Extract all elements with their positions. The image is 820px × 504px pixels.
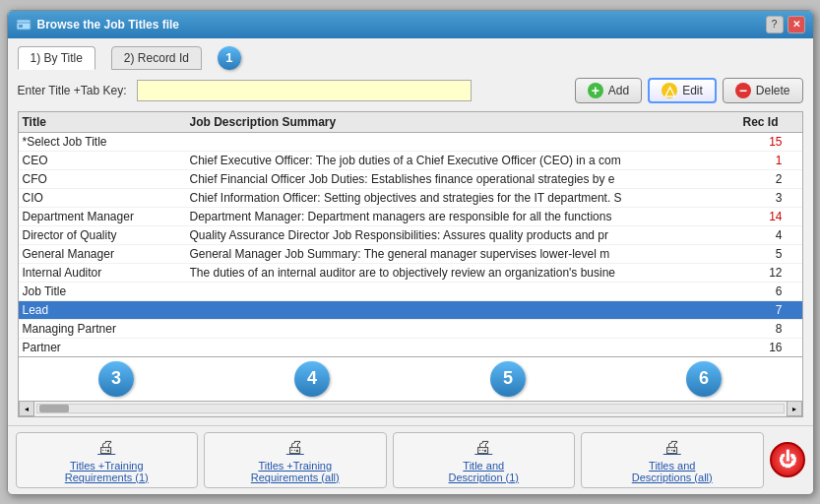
cell-rec-id: 14 xyxy=(729,210,798,223)
cell-description xyxy=(190,135,729,149)
tab-record-id[interactable]: 2) Record Id xyxy=(111,46,202,70)
cell-rec-id: 16 xyxy=(729,341,798,353)
cell-description xyxy=(190,284,729,298)
printer-icon-3: 🖨 xyxy=(474,437,492,458)
cell-title: Lead xyxy=(23,303,190,317)
edit-button[interactable]: △ Edit xyxy=(648,78,717,103)
cell-title: *Select Job Title xyxy=(23,135,190,149)
bottom-bar: 🖨 Titles +TrainingRequirements (1) 🖨 Tit… xyxy=(8,425,813,494)
table-row[interactable]: Job Title6 xyxy=(19,283,802,301)
table-row[interactable]: Director of QualityQuality Assurance Dir… xyxy=(19,226,802,245)
cell-description: Chief Financial Officer Job Duties: Esta… xyxy=(190,172,729,186)
window-icon xyxy=(16,17,32,32)
hscroll-track[interactable] xyxy=(36,404,785,413)
tabs-row: 1) By Title 2) Record Id 1 xyxy=(18,46,803,70)
cell-description xyxy=(190,322,729,336)
cell-rec-id: 3 xyxy=(729,191,798,205)
cell-title: Partner xyxy=(23,341,190,353)
cell-title: Job Title xyxy=(23,284,190,298)
cell-description: Chief Information Officer: Setting objec… xyxy=(190,191,729,205)
cell-description: Quality Assurance Director Job Responsib… xyxy=(190,228,729,242)
cell-rec-id: 12 xyxy=(729,266,798,280)
edit-icon: △ xyxy=(662,83,677,98)
content-area: 1) By Title 2) Record Id 1 Enter Title +… xyxy=(8,38,813,425)
badge-6: 6 xyxy=(686,361,722,397)
table-row[interactable]: CIOChief Information Officer: Setting ob… xyxy=(19,189,802,208)
cell-title: Department Manager xyxy=(23,210,190,223)
search-input[interactable] xyxy=(137,80,472,101)
table-row[interactable]: Managing Partner8 xyxy=(19,320,802,339)
title-bar-left: Browse the Job Titles file xyxy=(16,17,179,32)
add-icon: + xyxy=(588,83,603,98)
badge-4: 4 xyxy=(294,361,330,397)
col-title: Title xyxy=(23,115,190,129)
table-row[interactable]: Partner16 xyxy=(19,339,802,353)
table-row[interactable]: Lead7 xyxy=(19,301,802,320)
badge-5: 5 xyxy=(490,361,526,397)
tab-by-title[interactable]: 1) By Title xyxy=(18,46,95,70)
cell-rec-id: 5 xyxy=(729,247,798,261)
cell-title: CEO xyxy=(23,154,190,167)
cell-description xyxy=(190,303,729,317)
title-bar-controls: ? ✕ xyxy=(766,16,805,33)
cell-description: Department Manager: Department managers … xyxy=(190,210,729,223)
hscroll-row: ◂ ▸ xyxy=(18,402,803,417)
printer-icon-2: 🖨 xyxy=(286,437,304,458)
cell-rec-id: 6 xyxy=(729,284,798,298)
cell-title: CFO xyxy=(23,172,190,186)
cell-title: Managing Partner xyxy=(23,322,190,336)
step-badge-1: 1 xyxy=(218,46,241,70)
table-row[interactable]: *Select Job Title15 xyxy=(19,133,802,152)
table-row[interactable]: CEOChief Executive Officer: The job duti… xyxy=(19,152,802,170)
svg-rect-2 xyxy=(19,25,23,28)
cell-rec-id: 15 xyxy=(729,135,798,149)
cell-title: Internal Auditor xyxy=(23,266,190,280)
title-bar: Browse the Job Titles file ? ✕ xyxy=(8,11,813,38)
delete-button[interactable]: − Delete xyxy=(723,78,803,103)
cell-title: CIO xyxy=(23,191,190,205)
cell-rec-id: 7 xyxy=(729,303,798,317)
printer-icon-4: 🖨 xyxy=(663,437,681,458)
help-button[interactable]: ? xyxy=(766,16,784,33)
cell-rec-id: 4 xyxy=(729,228,798,242)
table-row[interactable]: Internal AuditorThe duties of an interna… xyxy=(19,264,802,283)
exit-button[interactable]: ⏻ xyxy=(770,442,805,477)
print-btn-3[interactable]: 🖨 Title andDescription (1) xyxy=(393,432,576,488)
print-btn-2[interactable]: 🖨 Titles +TrainingRequirements (all) xyxy=(204,432,387,488)
main-window: Browse the Job Titles file ? ✕ 1) By Tit… xyxy=(7,10,814,495)
cell-rec-id: 2 xyxy=(729,172,798,186)
number-badges-row: 3 4 5 6 xyxy=(18,357,803,402)
table-row[interactable]: General ManagerGeneral Manager Job Summa… xyxy=(19,245,802,264)
close-button[interactable]: ✕ xyxy=(788,16,805,33)
cell-title: Director of Quality xyxy=(23,228,190,242)
col-description: Job Description Summary xyxy=(190,115,729,129)
hscroll-left[interactable]: ◂ xyxy=(19,401,34,416)
hscroll-thumb[interactable] xyxy=(39,405,69,412)
cell-description: Chief Executive Officer: The job duties … xyxy=(190,154,729,167)
add-button[interactable]: + Add xyxy=(575,78,642,103)
table-body[interactable]: *Select Job Title15CEOChief Executive Of… xyxy=(19,133,802,353)
table-header: Title Job Description Summary Rec Id xyxy=(19,112,802,133)
action-buttons: + Add △ Edit − Delete xyxy=(575,78,803,103)
job-titles-table: Title Job Description Summary Rec Id *Se… xyxy=(18,111,803,357)
badge-3: 3 xyxy=(98,361,134,397)
window-title: Browse the Job Titles file xyxy=(37,18,179,32)
print-btn-1[interactable]: 🖨 Titles +TrainingRequirements (1) xyxy=(16,432,199,488)
cell-description: The duties of an internal auditor are to… xyxy=(190,266,729,280)
col-rec-id: Rec Id xyxy=(729,115,798,129)
table-row[interactable]: CFOChief Financial Officer Job Duties: E… xyxy=(19,170,802,189)
cell-description: General Manager Job Summary: The general… xyxy=(190,247,729,261)
cell-title: General Manager xyxy=(23,247,190,261)
search-row: Enter Title +Tab Key: + Add △ Edit − Del… xyxy=(18,78,803,103)
table-row[interactable]: Department ManagerDepartment Manager: De… xyxy=(19,208,802,226)
print-btn-4[interactable]: 🖨 Titles andDescriptions (all) xyxy=(581,432,764,488)
hscroll-right[interactable]: ▸ xyxy=(787,401,802,416)
cell-description xyxy=(190,341,729,353)
cell-rec-id: 8 xyxy=(729,322,798,336)
printer-icon-1: 🖨 xyxy=(97,437,115,458)
cell-rec-id: 1 xyxy=(729,154,798,167)
search-label: Enter Title +Tab Key: xyxy=(18,84,127,97)
delete-icon: − xyxy=(735,83,751,98)
